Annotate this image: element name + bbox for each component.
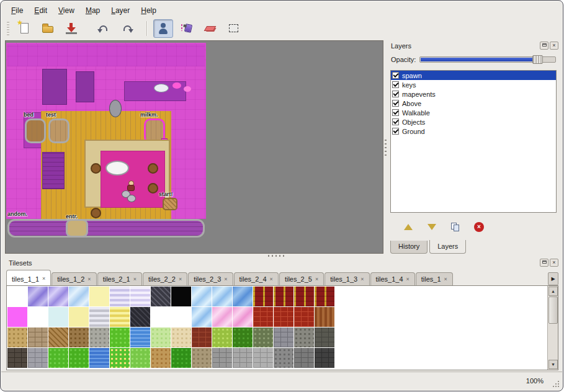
tileset-tile[interactable] [294,307,314,327]
scroll-up-icon[interactable]: ▲ [548,287,558,296]
tileset-tile[interactable] [69,287,89,306]
tileset-tile[interactable] [69,307,89,327]
close-tab-icon[interactable]: × [87,277,91,282]
layer-visibility-checkbox[interactable] [392,72,399,79]
save-button[interactable] [61,19,81,38]
layer-row-Above[interactable]: Above [391,99,556,108]
undo-button[interactable] [94,19,114,38]
tileset-tile[interactable] [212,287,232,306]
float-panel-button[interactable] [540,259,548,267]
tileset-tab-tiles_1_2[interactable]: tiles_1_2× [51,272,96,285]
tileset-tab-tiles_1[interactable]: tiles_1× [416,272,453,285]
layer-visibility-checkbox[interactable] [392,91,399,97]
tileset-tile[interactable] [212,307,232,327]
tileset-tile[interactable] [130,307,150,327]
tileset-tile[interactable] [274,287,293,306]
tileset-tile[interactable] [151,327,171,347]
tileset-tile[interactable] [233,307,253,327]
tileset-tab-tiles_1_1[interactable]: tiles_1_1× [6,270,51,285]
layer-row-spawn[interactable]: spawn [391,71,556,80]
tileset-tile[interactable] [315,348,334,368]
tileset-tab-tiles_2_5[interactable]: tiles_2_5× [279,272,324,285]
tileset-tile[interactable] [89,327,109,347]
close-tab-icon[interactable]: × [270,277,273,282]
tileset-tile[interactable] [28,348,48,368]
close-panel-button[interactable]: × [550,42,558,50]
tileset-tile[interactable] [89,348,109,368]
opacity-slider[interactable] [419,56,556,63]
scroll-tabs-right-button[interactable]: ▶ [548,272,558,285]
tileset-tile[interactable] [253,327,273,347]
tileset-tile[interactable] [192,348,212,368]
close-tab-icon[interactable]: × [133,277,137,282]
panel-tab-history[interactable]: History [390,241,427,254]
tileset-view[interactable]: ▲ ▼ [6,285,558,370]
tileset-tile[interactable] [7,348,27,368]
menu-item-view[interactable]: View [53,4,80,17]
tileset-tile[interactable] [274,327,293,347]
close-tab-icon[interactable]: × [444,277,447,282]
splitter-vertical[interactable] [384,40,387,254]
select-tool-button[interactable] [224,19,244,38]
layer-row-keys[interactable]: keys [391,80,556,89]
tileset-tile[interactable] [233,348,253,368]
new-file-button[interactable]: ★ [14,19,34,38]
menu-item-layer[interactable]: Layer [105,4,135,17]
opacity-slider-handle[interactable] [532,55,543,64]
panel-tab-layers[interactable]: Layers [429,240,466,254]
tileset-tab-tiles_2_1[interactable]: tiles_2_1× [97,272,142,285]
tileset-tile[interactable] [48,287,68,306]
tileset-tile[interactable] [253,348,273,368]
tileset-tile[interactable] [171,307,191,327]
scroll-down-icon[interactable]: ▼ [548,360,558,369]
close-tab-icon[interactable]: × [360,277,364,282]
tileset-tile[interactable] [171,348,191,368]
layer-visibility-checkbox[interactable] [392,128,399,135]
tileset-tile[interactable] [315,287,334,306]
tileset-tile[interactable] [315,327,334,347]
tileset-tile[interactable] [253,307,273,327]
tileset-tab-tiles_2_2[interactable]: tiles_2_2× [143,272,187,285]
tileset-tile[interactable] [274,307,293,327]
tileset-tile[interactable] [274,348,293,368]
tileset-tab-tiles_2_4[interactable]: tiles_2_4× [234,272,279,285]
toolbar-handle[interactable] [7,22,9,35]
close-tab-icon[interactable]: × [406,277,410,282]
layer-row-mapevents[interactable]: mapevents [391,89,556,99]
fill-tool-button[interactable] [177,19,197,38]
tileset-tile[interactable] [110,348,130,368]
tileset-tile[interactable] [253,287,273,306]
tileset-tile[interactable] [7,327,27,347]
layer-row-Ground[interactable]: Ground [391,127,556,136]
tileset-tile[interactable] [110,307,130,327]
tileset-tile[interactable] [130,287,150,306]
layer-visibility-checkbox[interactable] [392,118,399,125]
tileset-tile[interactable] [89,287,109,306]
map[interactable]: bedtestmilkm.start!andom.entr. [6,43,207,239]
redo-button[interactable] [117,19,137,38]
tileset-tile[interactable] [130,327,150,347]
duplicate-layer-button[interactable] [447,219,463,235]
close-tab-icon[interactable]: × [224,277,227,282]
tileset-tab-tiles_2_3[interactable]: tiles_2_3× [188,272,233,285]
eraser-tool-button[interactable] [200,19,220,38]
tileset-tile[interactable] [212,348,232,368]
tileset-tile[interactable] [192,327,212,347]
close-tab-icon[interactable]: × [179,277,182,282]
raise-layer-button[interactable] [400,219,416,235]
tileset-tile[interactable] [171,287,191,306]
delete-layer-button[interactable]: × [471,219,487,235]
scrollbar-thumb[interactable] [548,296,558,324]
tileset-tile[interactable] [294,327,314,347]
tileset-tile[interactable] [7,287,27,306]
tileset-tab-tiles_1_4[interactable]: tiles_1_4× [370,272,415,285]
tileset-tile[interactable] [48,327,68,347]
tileset-tile[interactable] [212,327,232,347]
tileset-tile[interactable] [28,307,48,327]
tileset-tile[interactable] [69,327,89,347]
tileset-tile[interactable] [48,307,68,327]
tileset-tile[interactable] [69,348,89,368]
tileset-tile[interactable] [233,287,253,306]
close-panel-button[interactable]: × [550,259,558,267]
stamp-tool-button[interactable] [153,19,173,38]
